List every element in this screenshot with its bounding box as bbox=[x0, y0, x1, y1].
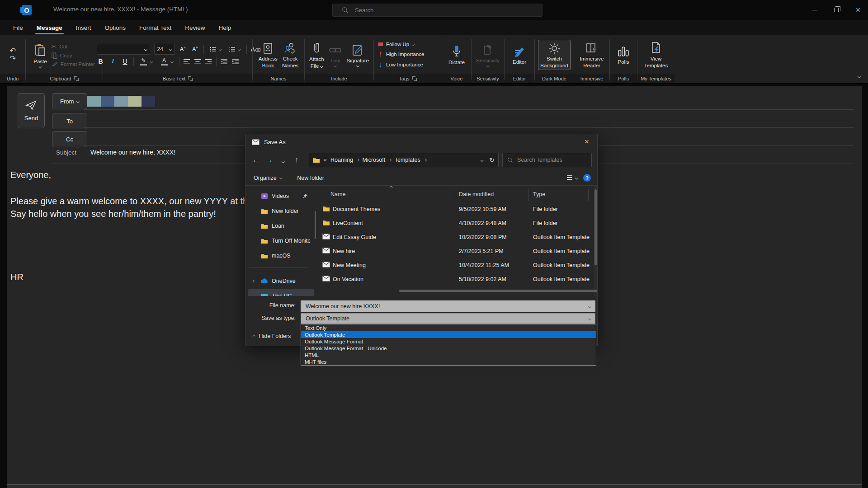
type-option-text-only[interactable]: Text Only bbox=[301, 324, 596, 331]
align-center-icon[interactable] bbox=[194, 59, 201, 64]
type-option-html[interactable]: HTML bbox=[301, 352, 596, 358]
grow-font-button[interactable]: A˄ bbox=[179, 46, 187, 52]
body-greeting[interactable]: Everyone, bbox=[10, 170, 51, 180]
tags-dialog-launcher[interactable] bbox=[412, 76, 417, 81]
undo-icon[interactable]: ↶ bbox=[9, 48, 16, 54]
follow-up-button[interactable]: Follow Up bbox=[376, 41, 417, 48]
subject-value[interactable]: Welcome our new hire, XXXX! bbox=[90, 149, 175, 156]
breadcrumb-overflow[interactable]: « bbox=[324, 157, 327, 163]
hide-folders-button[interactable]: Hide Folders bbox=[253, 333, 291, 339]
cc-field-line[interactable] bbox=[84, 127, 854, 128]
back-icon[interactable]: ← bbox=[249, 156, 263, 164]
titlebar-search-box[interactable]: Search bbox=[332, 4, 542, 17]
highlight-color-button[interactable]: ✎ bbox=[138, 57, 155, 66]
save-as-type-select[interactable]: Outlook Template bbox=[301, 313, 595, 324]
tab-insert[interactable]: Insert bbox=[69, 20, 98, 35]
column-name[interactable]: Name bbox=[330, 191, 345, 197]
to-button[interactable]: To bbox=[52, 113, 87, 129]
font-size-combo[interactable]: 24 bbox=[154, 44, 175, 55]
type-option-outlook-message-format[interactable]: Outlook Message Format bbox=[301, 338, 596, 345]
file-row[interactable]: New hire 2/7/2023 5:21 PM Outlook Item T… bbox=[318, 245, 589, 258]
format-painter-button[interactable]: Format Painter bbox=[50, 61, 97, 67]
paste-button[interactable]: Paste bbox=[32, 41, 48, 68]
dictate-button[interactable]: Dictate bbox=[447, 43, 467, 67]
sidebar-item-new-folder[interactable]: New folder bbox=[248, 204, 314, 218]
basic-text-dialog-launcher[interactable] bbox=[188, 76, 193, 81]
forward-icon[interactable]: → bbox=[263, 156, 276, 164]
file-list-horizontal-scrollbar[interactable] bbox=[399, 290, 597, 292]
column-date-modified[interactable]: Date modified bbox=[459, 191, 494, 197]
font-name-combo[interactable] bbox=[97, 44, 150, 55]
tab-file[interactable]: File bbox=[6, 20, 30, 35]
body-paragraph-2[interactable]: Say hello when you see her/him/them in t… bbox=[10, 209, 216, 219]
column-type[interactable]: Type bbox=[533, 191, 545, 197]
editor-button[interactable]: Editor bbox=[511, 43, 528, 66]
check-names-button[interactable]: CheckNames bbox=[280, 40, 300, 70]
from-button[interactable]: From bbox=[52, 93, 87, 109]
sidebar-item-onedrive[interactable]: OneDrive bbox=[248, 274, 314, 288]
sensitivity-button[interactable]: Sensitivity bbox=[474, 42, 501, 67]
immersive-reader-button[interactable]: ImmersiveReader bbox=[578, 40, 605, 70]
sidebar-item-turn-off-monitor[interactable]: Turn Off Monitc bbox=[248, 234, 314, 248]
sidebar-item-macos[interactable]: macOS bbox=[248, 249, 314, 263]
body-signature[interactable]: HR bbox=[10, 272, 24, 282]
save-as-type-dropdown-icon[interactable] bbox=[588, 317, 591, 320]
close-button[interactable]: × bbox=[848, 0, 868, 20]
align-right-icon[interactable] bbox=[205, 59, 212, 64]
switch-background-button[interactable]: SwitchBackground bbox=[538, 40, 570, 70]
view-templates-button[interactable]: ViewTemplates bbox=[642, 40, 670, 70]
bold-button[interactable]: B bbox=[97, 58, 105, 65]
bullets-button[interactable] bbox=[208, 46, 223, 52]
refresh-icon[interactable]: ↻ bbox=[489, 156, 495, 164]
send-button[interactable]: Send bbox=[18, 93, 45, 128]
dialog-search-box[interactable]: Search Templates bbox=[502, 153, 592, 167]
tab-review[interactable]: Review bbox=[178, 20, 212, 35]
link-button[interactable]: Link bbox=[327, 42, 344, 67]
expand-icon[interactable] bbox=[251, 280, 254, 282]
clipboard-dialog-launcher[interactable] bbox=[74, 76, 79, 81]
decrease-indent-icon[interactable] bbox=[221, 59, 228, 64]
file-name-dropdown-icon[interactable] bbox=[588, 305, 591, 308]
shrink-font-button[interactable]: A˅ bbox=[191, 46, 199, 52]
file-row[interactable]: Edit Essay Guide 10/2/2022 9:08 PM Outlo… bbox=[318, 231, 589, 244]
breadcrumb-roaming[interactable]: Roaming bbox=[330, 157, 353, 163]
breadcrumb-templates[interactable]: Templates bbox=[395, 157, 420, 163]
tab-message[interactable]: Message bbox=[30, 20, 69, 35]
collapse-ribbon-button[interactable] bbox=[858, 71, 868, 83]
type-option-outlook-message-format-unicode[interactable]: Outlook Message Format - Unicode bbox=[301, 345, 596, 352]
help-icon[interactable]: ? bbox=[583, 174, 591, 182]
sidebar-item-this-pc[interactable]: This PC bbox=[248, 289, 314, 296]
file-list-vertical-scrollbar[interactable] bbox=[594, 186, 597, 296]
dialog-title-bar[interactable]: Save As bbox=[245, 134, 597, 150]
sidebar-scrollbar[interactable] bbox=[315, 211, 316, 239]
change-view-button[interactable] bbox=[566, 175, 578, 181]
tab-format-text[interactable]: Format Text bbox=[132, 20, 178, 35]
type-option-outlook-template[interactable]: Outlook Template bbox=[301, 331, 596, 338]
low-importance-button[interactable]: ↓Low Importance bbox=[376, 60, 426, 69]
new-folder-button[interactable]: New folder bbox=[297, 175, 324, 181]
type-option-mht-files[interactable]: MHT files bbox=[301, 358, 596, 365]
file-row[interactable]: New Meeting 10/4/2022 11:25 AM Outlook I… bbox=[318, 259, 589, 272]
tab-options[interactable]: Options bbox=[98, 20, 133, 35]
minimize-button[interactable] bbox=[804, 0, 825, 20]
cut-button[interactable]: ✂Cut bbox=[50, 42, 70, 51]
font-color-button[interactable]: A bbox=[158, 57, 175, 66]
dialog-close-button[interactable]: × bbox=[576, 134, 597, 149]
cc-button[interactable]: Cc bbox=[52, 131, 87, 147]
attach-file-button[interactable]: AttachFile bbox=[307, 40, 326, 70]
expand-icon[interactable] bbox=[251, 295, 254, 296]
numbering-button[interactable]: 123 bbox=[227, 46, 242, 52]
restore-button[interactable] bbox=[826, 0, 847, 20]
to-field-line[interactable] bbox=[84, 109, 854, 110]
redo-icon[interactable]: ↷ bbox=[9, 56, 16, 62]
sidebar-item-videos[interactable]: Videos bbox=[248, 189, 314, 203]
address-dropdown-icon[interactable] bbox=[481, 159, 483, 161]
underline-button[interactable]: U bbox=[121, 58, 129, 65]
file-row[interactable]: LiveContent 4/10/2022 9:48 AM File folde… bbox=[318, 217, 589, 230]
file-row[interactable]: Document Themes 9/5/2022 10:59 AM File f… bbox=[318, 203, 589, 216]
body-paragraph-1[interactable]: Please give a warm welcome to XXXX, our … bbox=[10, 196, 248, 206]
polls-button[interactable]: Polls bbox=[615, 43, 632, 66]
organize-button[interactable]: Organize bbox=[254, 175, 282, 181]
file-name-input[interactable]: Welcome our new hire XXXX! bbox=[301, 300, 595, 312]
recent-locations-icon[interactable] bbox=[276, 156, 290, 164]
